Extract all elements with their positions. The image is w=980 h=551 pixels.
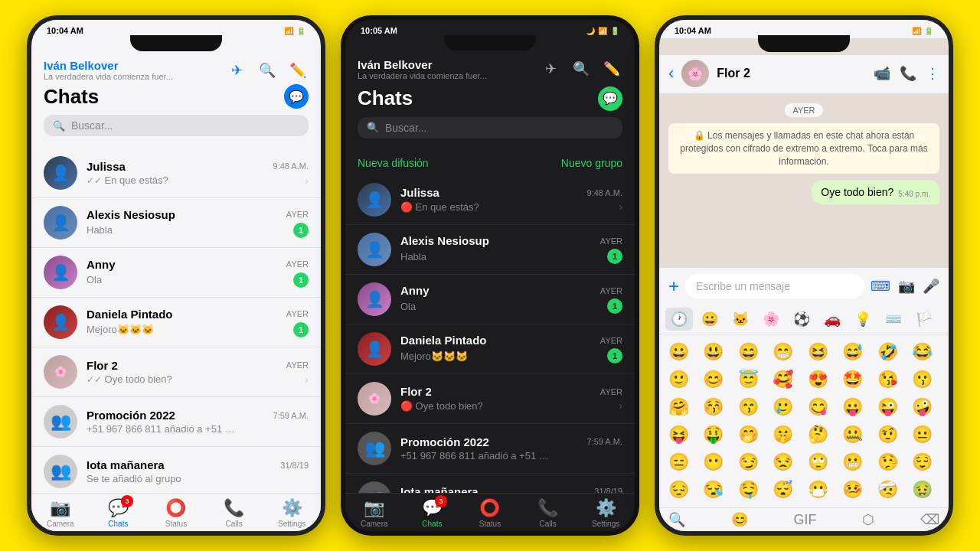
nav-status-left[interactable]: ⭕ Status [147, 498, 205, 528]
nuevo-grupo-btn[interactable]: Nuevo grupo [561, 157, 622, 169]
nueva-difusion-btn[interactable]: Nueva difusión [358, 157, 429, 169]
emoji-11[interactable]: 🥰 [770, 367, 796, 393]
chat-item-promo-center[interactable]: 👥 Promoción 2022 7:59 A.M. +51 967 866 8… [345, 424, 635, 474]
compose-icon[interactable]: ✏️ [287, 60, 309, 81]
search-bar-left[interactable]: 🔍 Buscar... [44, 115, 309, 136]
chat-item-julissa-center[interactable]: 👤 Julissa 9:48 A.M. 🔴 En que estás? › [345, 175, 635, 225]
emoji-33[interactable]: 😶 [701, 449, 727, 475]
keyboard-icon[interactable]: ⌨ [871, 278, 890, 295]
chat-item-daniela-center[interactable]: 👤 Daniela Pintado AYER Mejoro🐱🐱🐱 1 [345, 324, 635, 374]
airplane-icon[interactable]: ✈ [226, 60, 247, 81]
emoji-3[interactable]: 😁 [770, 339, 796, 365]
emoji-16[interactable]: 🤗 [665, 394, 691, 420]
nav-settings-center[interactable]: ⚙️ Settings [577, 498, 635, 528]
mic-icon[interactable]: 🎤 [923, 278, 939, 295]
emoji-cat-symbols[interactable]: ⌨️ [880, 308, 907, 331]
delete-icon[interactable]: ⌫ [920, 511, 939, 528]
chat-bubble-icon-center[interactable]: 💬 [598, 86, 622, 111]
emoji-10[interactable]: 😇 [735, 367, 761, 393]
emoji-cat-sports[interactable]: ⚽ [788, 308, 815, 331]
emoji-42[interactable]: 🤤 [735, 477, 761, 503]
emoji-45[interactable]: 🤒 [840, 477, 866, 503]
chat-item-daniela-left[interactable]: 👤 Daniela Pintado AYER Mejoro🐱🐱🐱 1 [31, 298, 321, 347]
chat-item-flor-left[interactable]: 🌸 Flor 2 AYER ✓✓ Oye todo bien? › [31, 347, 321, 397]
voice-call-icon[interactable]: 📞 [900, 65, 916, 82]
emoji-12[interactable]: 😍 [805, 367, 831, 393]
nav-camera-center[interactable]: 📷 Camera [345, 498, 403, 528]
emoji-cat-food[interactable]: 🌸 [757, 308, 785, 331]
emoji-43[interactable]: 😴 [770, 477, 796, 503]
search-emoji-icon[interactable]: 🔍 [668, 511, 685, 528]
emoji-28[interactable]: 🤔 [805, 422, 831, 448]
emoji-35[interactable]: 😒 [770, 449, 796, 475]
chat-item-alexis-center[interactable]: 👤 Alexis Nesiosup AYER Habla 1 [345, 225, 635, 275]
emoji-cat-smileys[interactable]: 😀 [696, 308, 724, 331]
emoji-27[interactable]: 🤫 [770, 422, 796, 448]
system-message[interactable]: 🔒 Los mensajes y llamadas en este chat a… [668, 123, 939, 174]
emoji-9[interactable]: 😊 [701, 367, 727, 393]
chat-item-anny-center[interactable]: 👤 Anny AYER Ola 1 [345, 275, 635, 324]
emoji-37[interactable]: 😬 [840, 449, 866, 475]
emoji-4[interactable]: 😆 [805, 339, 831, 365]
more-options-icon[interactable]: ⋮ [926, 65, 939, 82]
emoji-34[interactable]: 😏 [735, 449, 761, 475]
chat-item-anny-left[interactable]: 👤 Anny AYER Ola 1 [31, 248, 321, 298]
emoji-40[interactable]: 😔 [665, 477, 691, 503]
airplane-icon-center[interactable]: ✈ [540, 58, 561, 80]
compose-icon-center[interactable]: ✏️ [601, 58, 622, 80]
chat-item-flor-center[interactable]: 🌸 Flor 2 AYER 🔴 Oye todo bien? › [345, 374, 635, 424]
chat-item-promo-left[interactable]: 👥 Promoción 2022 7:59 A.M. +51 967 866 8… [31, 397, 321, 447]
nav-settings-left[interactable]: ⚙️ Settings [263, 498, 321, 528]
emoji-29[interactable]: 🤐 [840, 422, 866, 448]
emoji-19[interactable]: 🥲 [770, 394, 796, 420]
emoji-32[interactable]: 😑 [665, 449, 691, 475]
search-bar-center[interactable]: 🔍 Buscar... [358, 117, 622, 139]
emoji-24[interactable]: 😝 [665, 422, 691, 448]
chat-item-iota-left[interactable]: 👥 Iota mañanera 31/8/19 Se te añadió al … [31, 447, 321, 497]
emoji-26[interactable]: 🤭 [735, 422, 761, 448]
emoji-23[interactable]: 🤪 [910, 394, 936, 420]
nav-chats-left[interactable]: 💬 3 Chats [90, 498, 148, 528]
emoji-cat-objects[interactable]: 💡 [849, 308, 877, 331]
emoji-14[interactable]: 😘 [874, 367, 900, 393]
nav-calls-left[interactable]: 📞 Calls [205, 498, 263, 528]
nav-calls-center[interactable]: 📞 Calls [519, 498, 577, 528]
emoji-41[interactable]: 😪 [701, 477, 727, 503]
emoji-18[interactable]: 😙 [735, 394, 761, 420]
chat-bubble-icon-left[interactable]: 💬 [284, 84, 309, 109]
emoji-selector-icon[interactable]: 😊 [731, 511, 748, 528]
emoji-46[interactable]: 🤕 [874, 477, 900, 503]
nav-camera-left[interactable]: 📷 Camera [31, 498, 90, 528]
video-call-icon[interactable]: 📹 [874, 65, 890, 82]
add-attachment-button[interactable]: + [668, 276, 679, 297]
chat-item-alexis-left[interactable]: 👤 Alexis Nesiosup AYER Habla 1 [31, 198, 321, 248]
emoji-cat-travel[interactable]: 🚗 [818, 308, 846, 331]
back-button[interactable]: ‹ [668, 64, 674, 83]
chat-item-julissa-left[interactable]: 👤 Julissa 9:48 A.M. ✓✓ En que estás? › [31, 148, 321, 198]
emoji-6[interactable]: 🤣 [874, 339, 900, 365]
emoji-22[interactable]: 😜 [874, 394, 900, 420]
search-icon-center[interactable]: 🔍 [570, 58, 592, 80]
emoji-2[interactable]: 😄 [735, 339, 761, 365]
camera-emoji-icon[interactable]: 📷 [898, 278, 915, 295]
emoji-cat-animals[interactable]: 🐱 [727, 308, 754, 331]
emoji-21[interactable]: 😛 [840, 394, 866, 420]
emoji-47[interactable]: 🤢 [910, 477, 936, 503]
emoji-8[interactable]: 🙂 [665, 367, 691, 393]
emoji-36[interactable]: 🙄 [805, 449, 831, 475]
emoji-13[interactable]: 🤩 [840, 367, 866, 393]
emoji-7[interactable]: 😂 [910, 339, 936, 365]
emoji-17[interactable]: 😚 [701, 394, 727, 420]
nav-chats-center[interactable]: 💬 3 Chats [403, 498, 462, 528]
sticker-icon[interactable]: ⬡ [862, 511, 874, 528]
emoji-20[interactable]: 😋 [805, 394, 831, 420]
emoji-1[interactable]: 😃 [701, 339, 727, 365]
emoji-cat-flags[interactable]: 🏳️ [910, 308, 938, 331]
emoji-30[interactable]: 🤨 [874, 422, 900, 448]
gif-icon[interactable]: GIF [794, 512, 817, 528]
emoji-cat-recent[interactable]: 🕐 [665, 308, 693, 331]
emoji-38[interactable]: 🤥 [874, 449, 900, 475]
emoji-44[interactable]: 😷 [805, 477, 831, 503]
emoji-0[interactable]: 😀 [665, 339, 691, 365]
search-icon[interactable]: 🔍 [256, 60, 278, 81]
